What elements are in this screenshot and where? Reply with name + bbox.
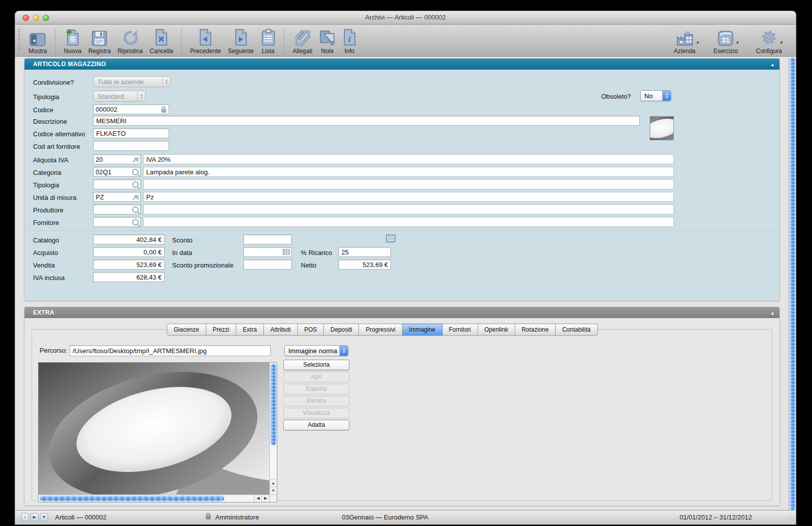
- tab-contabilita[interactable]: Contabilità: [556, 324, 598, 336]
- produttore-code-field[interactable]: [93, 204, 141, 214]
- produttore-code-input[interactable]: [94, 206, 132, 213]
- tab-rotazione[interactable]: Rotazione: [515, 324, 556, 336]
- tab-progressivi[interactable]: Progressivi: [359, 324, 402, 336]
- obsoleto-select[interactable]: No: [640, 90, 671, 101]
- in-data-field[interactable]: [243, 247, 292, 257]
- in-data-input[interactable]: [244, 248, 283, 256]
- resize-grip[interactable]: [786, 515, 795, 523]
- aliquota-iva-code-field[interactable]: [93, 154, 141, 164]
- toolbar-lista[interactable]: Lista: [261, 27, 276, 55]
- codice-input[interactable]: [94, 106, 161, 113]
- visualizza-button: Visualizza: [283, 408, 349, 418]
- tipologia-lookup-code-field[interactable]: [93, 179, 141, 189]
- toolbar-cancella[interactable]: Cancella: [150, 27, 173, 55]
- fornitore-code-input[interactable]: [94, 218, 132, 226]
- window-scrollbar-thumb[interactable]: [789, 58, 795, 510]
- search-icon[interactable]: [132, 181, 139, 188]
- toolbar-nuova[interactable]: Nuova: [64, 27, 82, 55]
- unita-misura-code-input[interactable]: [94, 193, 132, 201]
- fornitore-code-field[interactable]: [93, 217, 141, 227]
- window-scrollbar[interactable]: [788, 57, 796, 510]
- tab-immagine[interactable]: Immagine: [402, 324, 443, 336]
- sconto-input[interactable]: [243, 234, 292, 244]
- catalogo-input[interactable]: [93, 234, 165, 244]
- calendar-picker-icon[interactable]: [283, 249, 290, 255]
- acquisto-input[interactable]: [93, 247, 165, 257]
- minimize-window-icon[interactable]: [33, 15, 39, 21]
- image-horizontal-scrollbar[interactable]: ◀ ▶: [39, 494, 269, 502]
- categoria-descr-input[interactable]: [143, 167, 674, 177]
- vendita-input[interactable]: [93, 259, 165, 270]
- toolbar-seguente[interactable]: Seguente: [228, 27, 253, 55]
- record-export-icon[interactable]: ▼: [40, 513, 48, 521]
- content-area: ARTICOLO MAGAZZINO Condivisione? Tutte l…: [15, 57, 796, 510]
- toolbar-precedente[interactable]: Precedente: [190, 27, 221, 55]
- toolbar-ripristina[interactable]: Ripristina: [118, 27, 143, 55]
- zoom-window-icon[interactable]: [43, 15, 49, 21]
- toolbar-registra[interactable]: Registra: [88, 27, 111, 55]
- image-mode-select[interactable]: Immagine norma: [284, 345, 348, 356]
- scroll-down-icon[interactable]: ▼: [270, 486, 277, 494]
- tab-extra[interactable]: Extra: [236, 324, 264, 336]
- toolbar-label: Ripristina: [118, 48, 143, 55]
- image-vertical-scrollbar[interactable]: ▲ ▼: [269, 363, 277, 494]
- produttore-descr-input[interactable]: [143, 204, 674, 214]
- record-nav-icon[interactable]: ▶: [31, 513, 39, 521]
- tab-prezzi[interactable]: Prezzi: [206, 324, 236, 336]
- search-icon[interactable]: [132, 169, 139, 175]
- search-icon[interactable]: [132, 206, 139, 213]
- unita-misura-code-field[interactable]: [93, 192, 141, 202]
- iva-inclusa-input[interactable]: [93, 272, 165, 282]
- adatta-button[interactable]: Adatta: [283, 420, 349, 430]
- aliquota-iva-code-input[interactable]: [94, 156, 132, 163]
- title-bar[interactable]: Archivi — Articoli — 000002: [15, 11, 796, 25]
- toolbar-allegati[interactable]: Allegati: [293, 27, 312, 55]
- categoria-code-field[interactable]: [93, 167, 141, 177]
- goto-record-icon[interactable]: [132, 194, 139, 200]
- descrizione-input[interactable]: [93, 116, 640, 126]
- unita-misura-descr-input[interactable]: [143, 192, 674, 202]
- dropdown-arrow-icon: ▼: [735, 41, 739, 45]
- next-record-icon: [234, 27, 248, 47]
- tipologia-lookup-descr-input[interactable]: [143, 179, 674, 189]
- iva-inclusa-label: IVA inclusa: [33, 273, 65, 283]
- tipologia-lookup-code-input[interactable]: [94, 181, 132, 188]
- aliquota-iva-descr-input[interactable]: [143, 154, 674, 164]
- collapse-section-icon[interactable]: [770, 307, 775, 318]
- toolbar-configura[interactable]: ▼ Configura: [756, 27, 782, 55]
- toolbar-mostra[interactable]: Mostra: [29, 27, 47, 55]
- goto-record-icon[interactable]: [132, 156, 139, 163]
- collapse-section-icon[interactable]: [770, 59, 775, 70]
- tab-pos[interactable]: POS: [298, 324, 324, 336]
- tab-openlink[interactable]: Openlink: [478, 324, 515, 336]
- price-table-icon[interactable]: [386, 234, 395, 242]
- seleziona-button[interactable]: Seleziona: [283, 360, 349, 370]
- fornitore-descr-input[interactable]: [143, 217, 674, 227]
- toolbar-drag-handle[interactable]: [19, 29, 20, 52]
- sconto-promozionale-input[interactable]: [243, 259, 292, 270]
- scroll-right-icon[interactable]: ▶: [261, 495, 269, 502]
- tab-fornitori[interactable]: Fornitori: [443, 324, 478, 336]
- search-icon[interactable]: [132, 219, 139, 225]
- toolbar-azienda[interactable]: ▼ Azienda: [674, 27, 695, 55]
- toolbar-info[interactable]: i Info: [342, 27, 356, 55]
- netto-input[interactable]: [338, 259, 391, 270]
- scroll-left-icon[interactable]: ◀: [254, 495, 262, 502]
- apri-button: Apri: [283, 372, 349, 382]
- close-window-icon[interactable]: [23, 15, 29, 21]
- scroll-up-icon[interactable]: ▲: [270, 479, 277, 487]
- record-info-icon[interactable]: i: [21, 513, 29, 521]
- categoria-code-input[interactable]: [94, 168, 132, 176]
- tab-giacenze[interactable]: Giacenze: [167, 324, 206, 336]
- codice-field[interactable]: [93, 104, 169, 114]
- codice-alternativo-input[interactable]: [93, 128, 169, 138]
- toolbar-esercizio[interactable]: 31 ▼ Esercizio: [713, 27, 738, 55]
- ricarico-input[interactable]: [338, 247, 391, 257]
- image-vscroll-thumb[interactable]: [270, 364, 276, 445]
- cod-art-fornitore-input[interactable]: [93, 141, 169, 151]
- tab-attributi[interactable]: Attributi: [264, 324, 298, 336]
- toolbar-note[interactable]: Note: [319, 27, 335, 55]
- image-hscroll-thumb[interactable]: [40, 495, 224, 501]
- percorso-input[interactable]: [70, 345, 271, 356]
- tab-depositi[interactable]: Depositi: [324, 324, 359, 336]
